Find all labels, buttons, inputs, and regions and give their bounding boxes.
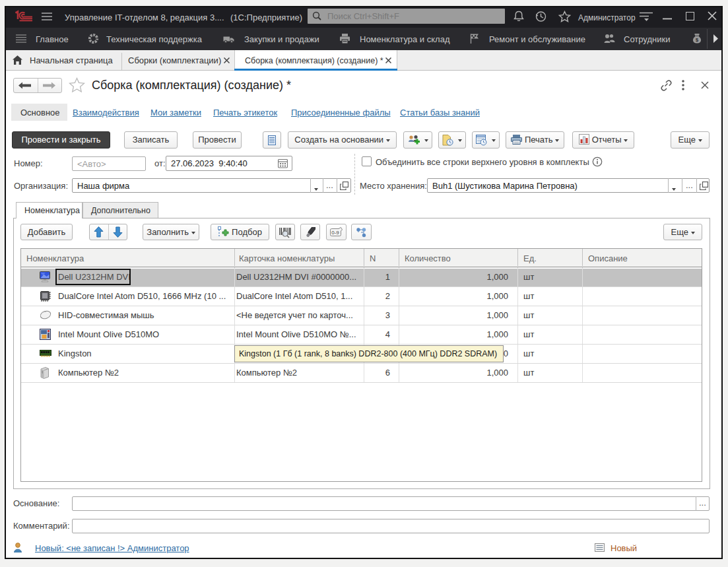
svg-text:0-9: 0-9 (331, 230, 339, 236)
svg-text:$: $ (696, 37, 699, 43)
